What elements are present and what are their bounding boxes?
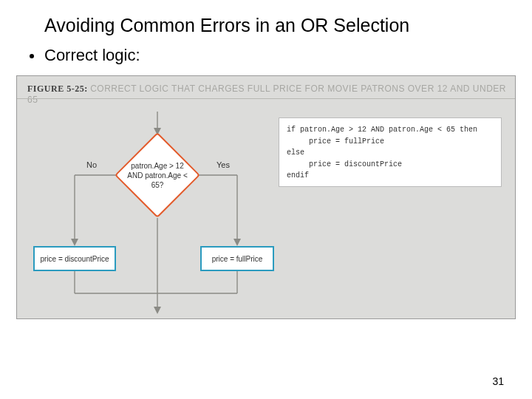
code-l4: price = discountPrice [287,160,402,168]
slide-title: Avoiding Common Errors in an OR Selectio… [44,15,502,36]
branch-label-no: No [86,160,97,169]
process-discount: price = discountPrice [33,246,116,271]
figure-number: FIGURE 5-25: [27,83,88,94]
page-number: 31 [492,375,504,387]
pseudocode-box: if patron.Age > 12 AND patron.Age < 65 t… [279,117,502,187]
figure-divider [17,98,515,99]
process-full: price = fullPrice [200,246,274,271]
decision-node: patron.Age > 12 AND patron.Age < 65? [115,132,200,218]
code-l2: price = fullPrice [287,137,384,146]
flowchart: patron.Age > 12 AND patron.Age < 65? No … [33,112,270,311]
branch-label-yes: Yes [216,160,230,169]
figure-container: FIGURE 5-25: CORRECT LOGIC THAT CHARGES … [16,75,516,319]
svg-marker-4 [71,239,78,246]
decision-text: patron.Age > 12 AND patron.Age < 65? [115,132,200,218]
decision-line3: 65? [151,180,164,190]
code-l5: endif [287,171,309,180]
decision-line2: AND patron.Age < [127,171,187,180]
code-l3: else [287,149,304,157]
code-l1: if patron.Age > 12 AND patron.Age < 65 t… [287,126,477,134]
bullet-text: Correct logic: [44,46,140,64]
svg-marker-7 [233,239,241,246]
decision-line1: patron.Age > 12 [131,161,183,171]
bullet-line: Correct logic: [30,46,140,65]
svg-marker-13 [154,307,161,314]
figure-label: FIGURE 5-25: CORRECT LOGIC THAT CHARGES … [27,83,515,106]
figure-caption: CORRECT LOGIC THAT CHARGES FULL PRICE FO… [27,83,506,105]
bullet-dot-icon [30,54,34,58]
